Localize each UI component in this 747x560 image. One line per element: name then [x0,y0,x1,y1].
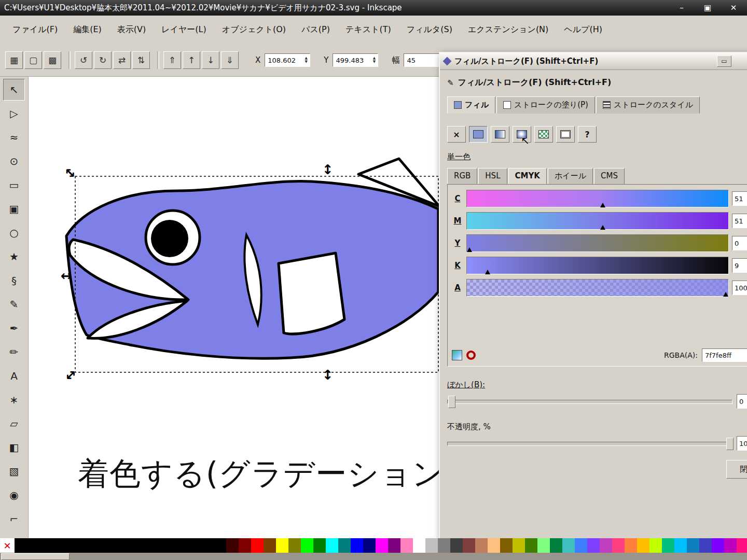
pen-tool-button[interactable]: ✒ [3,317,25,339]
star-tool-button[interactable]: ★ [3,246,25,268]
raise-to-top-button[interactable]: ⇑ [163,51,181,69]
calligraphy-tool-button[interactable]: ✏ [3,341,25,363]
palette-swatch[interactable] [189,538,201,553]
selection-handle[interactable]: ↕ [322,368,334,382]
palette-swatch[interactable] [201,538,214,553]
menu-item[interactable]: フィルタ(S) [399,21,460,38]
colorspace-tab[interactable]: ホイール [548,168,593,184]
palette-scrollbar-thumb[interactable] [1,553,70,560]
palette-swatch[interactable] [77,538,89,553]
palette-swatch[interactable] [537,538,550,553]
palette-swatch[interactable] [575,538,587,553]
channel-slider[interactable] [466,279,729,297]
colorspace-tab[interactable]: CMYK [508,168,547,184]
palette-swatch[interactable] [413,538,425,553]
menu-item[interactable]: パス(P) [294,21,337,38]
selection-handle[interactable]: ↕ [322,163,334,176]
palette-swatch[interactable] [151,538,164,553]
palette-swatch[interactable] [737,538,747,553]
palette-scrollbar[interactable] [0,553,747,560]
palette-swatch[interactable] [550,538,562,553]
palette-swatch[interactable] [15,538,27,553]
tweak-tool-button[interactable]: ≈ [3,127,25,148]
palette-swatch[interactable] [139,538,151,553]
pencil-tool-button[interactable]: ✎ [3,293,25,315]
palette-swatch[interactable] [425,538,438,553]
palette-swatch[interactable] [712,538,724,553]
flip-vertical-button[interactable]: ⇅ [132,51,150,69]
flip-horizontal-button[interactable]: ⇄ [113,51,131,69]
box3d-tool-button[interactable]: ▣ [3,198,25,220]
palette-swatch[interactable] [562,538,575,553]
palette-swatch[interactable] [264,538,276,553]
palette-swatch[interactable] [687,538,699,553]
slider-marker-icon[interactable] [485,270,490,274]
palette-swatch[interactable] [625,538,637,553]
invert-selection-button[interactable]: ▩ [44,51,61,69]
dialog-titlebar[interactable]: フィル/ストローク(F) (Shift+Ctrl+F) ▭ ▢ [440,53,747,70]
channel-value-input[interactable]: 0 ▲▼ [732,236,747,250]
palette-swatch[interactable] [226,538,239,553]
rgba-input[interactable]: 7f7fe8ff [702,348,747,362]
palette-swatch[interactable] [662,538,674,553]
blur-slider[interactable] [447,395,732,408]
no-paint-button[interactable]: × [447,126,466,143]
palette-swatch[interactable] [376,538,388,553]
palette-swatch[interactable] [463,538,475,553]
slider-marker-icon[interactable] [467,247,472,252]
palette-swatch[interactable] [301,538,313,553]
palette-swatch[interactable] [27,538,39,553]
restore-button[interactable]: ▣ [698,2,717,13]
dialog-minimize-button[interactable]: ▭ [717,55,731,67]
rotate-ccw-button[interactable]: ↺ [75,51,92,69]
bucket-tool-button[interactable]: ◧ [3,437,25,458]
palette-swatch[interactable] [164,538,176,553]
palette-swatch[interactable] [276,538,288,553]
menu-item[interactable]: ヘルプ(H) [557,21,610,38]
y-spinner[interactable]: ▲▼ [370,57,378,64]
unknown-paint-button[interactable]: ? [578,126,597,143]
rectangle-tool-button[interactable]: ▭ [3,174,25,196]
x-input[interactable]: 108.602 ▲▼ [265,53,310,67]
eraser-tool-button[interactable]: ▱ [3,413,25,435]
dropper-tool-button[interactable]: ◉ [3,484,25,506]
connector-tool-button[interactable]: ⌐ [3,508,25,530]
no-color-icon[interactable] [466,351,476,360]
dialog-tab[interactable]: フィル [447,96,495,114]
close-button[interactable]: ✕ [724,2,743,13]
palette-swatch[interactable] [214,538,226,553]
selector-tool-button[interactable]: ↖ [3,79,25,101]
colorspace-tab[interactable]: CMS [594,168,625,184]
palette-swatch[interactable] [351,538,363,553]
flat-color-button[interactable] [469,126,488,143]
swatch-button[interactable] [556,126,575,143]
palette-swatch[interactable] [587,538,600,553]
menu-item[interactable]: レイヤー(L) [154,21,214,38]
palette-swatch[interactable] [89,538,102,553]
palette-swatch[interactable] [525,538,537,553]
minimize-button[interactable]: – [672,2,691,13]
channel-slider[interactable] [466,190,729,207]
lower-to-bottom-button[interactable]: ⇓ [221,51,239,69]
channel-value-input[interactable]: 9 ▲▼ [732,258,747,273]
palette-swatch[interactable] [338,538,351,553]
menu-item[interactable]: オブジェクト(O) [215,21,293,38]
node-tool-button[interactable]: ▷ [3,103,25,124]
selection-handle[interactable]: ↔ [61,269,72,283]
dialog-close-button[interactable]: 閉じる [726,460,747,479]
palette-swatch[interactable] [649,538,662,553]
menu-item[interactable]: ファイル(F) [5,21,65,38]
blur-value-input[interactable]: 0 ▲▼ [737,394,747,409]
menu-item[interactable]: エクステンション(N) [461,21,556,38]
dialog-tab[interactable]: ストロークの塗り(P) [496,96,595,114]
channel-slider[interactable] [466,212,729,230]
palette-swatch[interactable] [674,538,687,553]
palette-swatch[interactable] [388,538,400,553]
lower-button[interactable]: ↓ [202,51,219,69]
linear-gradient-button[interactable] [491,126,509,143]
select-all-button[interactable]: ▦ [5,51,23,69]
channel-slider[interactable] [466,257,729,274]
palette-swatch[interactable] [239,538,251,553]
gradient-tool-button[interactable]: ▧ [3,460,25,482]
channel-value-input[interactable]: 51 ▲▼ [732,191,747,206]
